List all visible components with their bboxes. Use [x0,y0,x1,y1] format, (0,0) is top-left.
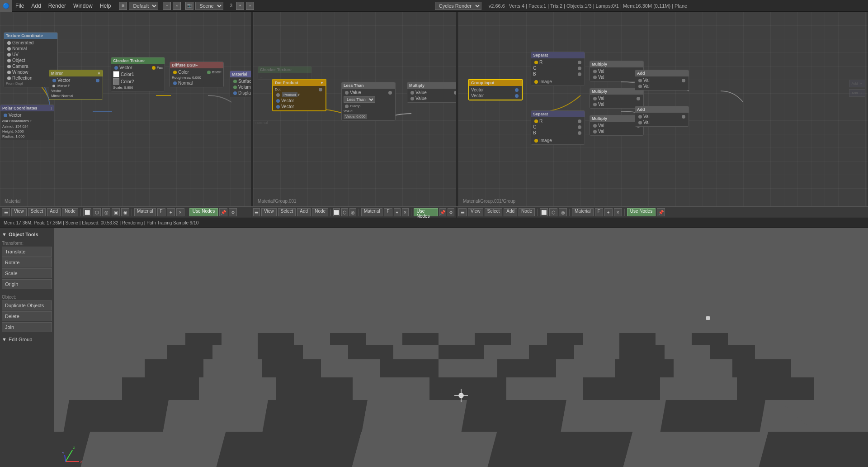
render-engine[interactable]: Cycles Render [435,2,481,10]
svg-rect-47 [529,345,574,359]
x-node-1[interactable]: × [176,208,184,216]
svg-rect-36 [615,359,674,377]
join-btn[interactable]: Join [2,322,52,332]
material-btn-1[interactable]: Material [134,208,156,216]
svg-rect-64 [583,333,619,345]
node-editor-2[interactable]: Checker Texture ... Dot Product ▼ Dot Pr… [253,12,457,206]
use-nodes-3[interactable]: Use Nodes [627,208,656,216]
duplicate-objects-btn[interactable]: Duplicate Objects [2,300,52,310]
add-1-node[interactable]: Add Val Val [635,70,689,91]
scene-selector[interactable]: Scene [195,2,223,10]
x-node-3[interactable]: × [614,208,622,216]
view-menu-2[interactable]: View [261,208,277,216]
plus-node-1[interactable]: + [167,208,175,216]
plus-node-3[interactable]: + [604,208,613,216]
top-menu: File Add Render Window Help [12,0,114,11]
add-menu-3[interactable]: Add [504,208,517,216]
x-node-2[interactable]: × [402,208,409,216]
f-btn-2[interactable]: F [384,208,392,216]
pinned-3[interactable]: 📌 [657,208,665,216]
settings-2[interactable]: ⚙ [448,208,454,216]
select-menu-2[interactable]: Select [278,208,296,216]
plus-scene-btn[interactable]: + [236,2,244,10]
separate-rgb-1-node[interactable]: Separat R G B Image [531,52,585,86]
add-menu-1[interactable]: Add [47,208,61,216]
view-menu-1[interactable]: View [11,208,27,216]
icon-btn-3c[interactable]: ◎ [559,208,567,216]
node-menu-2[interactable]: Node [312,208,328,216]
svg-rect-53 [185,333,222,345]
svg-rect-49 [619,345,665,359]
less-than-node[interactable]: Less Than Value Less Than Clamp Value [341,82,396,121]
view-btn-1[interactable]: ☰ [2,208,10,216]
svg-rect-23 [429,377,506,400]
dot-product-node[interactable]: Dot Product ▼ Dot Product F Vector [272,79,326,111]
layout-selector[interactable]: Default [129,2,158,10]
icon-btn-1e[interactable]: ◉ [121,208,129,216]
version-info: Cycles Render v2.66.6 | Verts:4 | Faces:… [254,2,868,10]
add-2-node[interactable]: Add Val Val [635,106,689,127]
select-menu-1[interactable]: Select [28,208,46,216]
icon-btn-1c[interactable]: ◎ [102,208,110,216]
multiply-node[interactable]: Multiply Value Value [407,82,457,103]
icon-btn-1d[interactable]: ▣ [112,208,120,216]
scale-btn[interactable]: Scale [2,268,52,278]
mirror-node[interactable]: Mirror ▼ Vector Mirror F Vector [49,70,103,100]
view-menu-3[interactable]: View [468,208,483,216]
help-menu[interactable]: Help [96,0,115,11]
icon-btn-3a[interactable]: ⬜ [540,208,548,216]
plus-node-2[interactable]: + [394,208,401,216]
svg-rect-48 [574,345,619,359]
diffuse-bsdf-node[interactable]: Diffuse BSDF Color BSDF Roughness: 0.000… [170,62,224,87]
pinned-2[interactable]: 📌 [439,208,446,216]
node-editor-1[interactable]: Texture Coordinate Generated Normal UV O… [0,12,251,206]
add-menu-2[interactable]: Add [297,208,311,216]
window-menu[interactable]: Window [70,0,96,11]
x-scene-btn[interactable]: × [246,2,254,10]
translate-btn[interactable]: Translate [2,247,52,257]
pinned-1[interactable]: 📌 [219,208,227,216]
delete-btn[interactable]: Delete [2,311,52,321]
svg-rect-58 [366,333,402,345]
render-menu[interactable]: Render [45,0,70,11]
svg-rect-13 [163,400,268,432]
add-menu[interactable]: Add [28,0,44,11]
use-nodes-1[interactable]: Use Nodes [189,208,218,216]
group-input-node[interactable]: Group Input Vector Vector [468,79,523,100]
svg-rect-20 [199,377,276,400]
icon-btn-2b[interactable]: ⬡ [341,208,348,216]
select-menu-3[interactable]: Select [485,208,503,216]
plus-btn[interactable]: + [163,2,171,10]
svg-rect-51 [710,345,755,359]
polar-coordinates-node[interactable]: Polar Coordinates ↕ Vector olar Coordina… [0,105,54,140]
f-btn-1[interactable]: F [157,208,165,216]
3d-viewport[interactable]: X Z Y (1) Plane [54,228,868,467]
node-menu-1[interactable]: Node [62,208,78,216]
file-menu[interactable]: File [12,0,28,11]
material-btn-3[interactable]: Material [572,208,594,216]
node-menu-3[interactable]: Node [519,208,535,216]
f-btn-3[interactable]: F [595,208,603,216]
checker-texture-node[interactable]: Checker Texture Vector Fac Color1 Color2 [111,57,165,91]
material-btn-2[interactable]: Material [361,208,383,216]
svg-rect-40 [212,345,258,359]
svg-rect-30 [262,359,321,377]
view-btn-3[interactable]: ☰ [458,208,467,216]
node-editor-3[interactable]: Group Input Vector Vector Separat [458,12,868,206]
view-btn-2[interactable]: ☰ [253,208,260,216]
origin-btn[interactable]: Origin [2,279,52,289]
use-nodes-2[interactable]: Use Nodes [414,208,438,216]
svg-rect-50 [665,345,710,359]
icon-btn-3b[interactable]: ⬡ [549,208,557,216]
svg-rect-38 [732,359,791,377]
material-output-node[interactable]: Material Surface Volume Displacem [230,71,251,97]
icon-btn-1b[interactable]: ⬡ [93,208,101,216]
settings-1[interactable]: ⚙ [229,208,237,216]
icon-btn-2c[interactable]: ◎ [349,208,356,216]
bg-right-nodes: Add → Add → [849,80,865,99]
x-btn[interactable]: × [173,2,181,10]
rotate-btn[interactable]: Rotate [2,257,52,267]
icon-btn-2a[interactable]: ⬜ [333,208,340,216]
icon-btn-1a[interactable]: ⬜ [83,208,91,216]
separate-rgb-2-node[interactable]: Separat R G B Image [531,110,585,145]
